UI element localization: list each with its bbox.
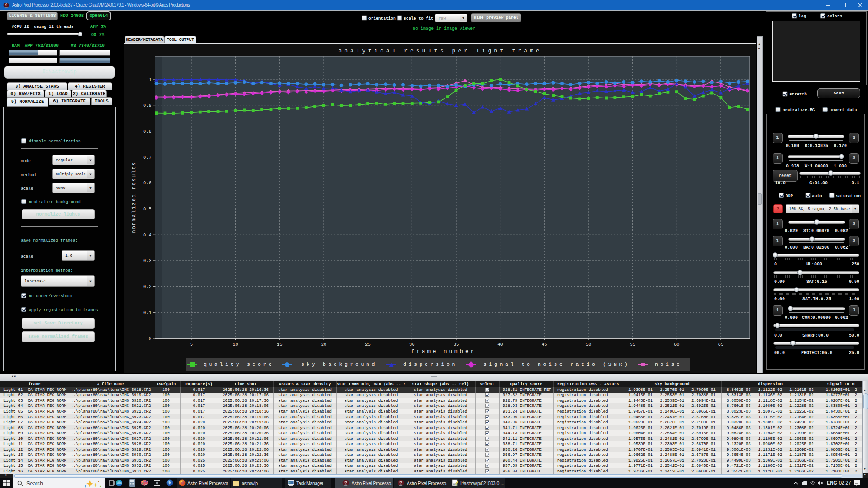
svg-text:45: 45 <box>542 342 547 347</box>
svg-text:1: 1 <box>149 77 151 82</box>
svg-text:0.6: 0.6 <box>143 180 151 186</box>
svg-text:0.4: 0.4 <box>143 233 151 238</box>
svg-text:25: 25 <box>365 342 371 347</box>
svg-text:0: 0 <box>149 336 151 341</box>
svg-text:0.9: 0.9 <box>143 103 151 108</box>
svg-text:50: 50 <box>586 342 592 347</box>
svg-text:35: 35 <box>454 342 459 347</box>
svg-text:60: 60 <box>674 342 680 347</box>
svg-text:55: 55 <box>630 342 635 347</box>
svg-text:0.2: 0.2 <box>143 284 151 289</box>
svg-text:analytical results per light f: analytical results per light frame <box>338 48 542 54</box>
svg-text:0.8: 0.8 <box>143 129 151 134</box>
svg-text:0.3: 0.3 <box>143 258 151 263</box>
svg-text:15: 15 <box>277 342 283 347</box>
svg-text:10: 10 <box>233 342 238 347</box>
svg-text:65: 65 <box>718 342 724 347</box>
svg-text:0.7: 0.7 <box>143 155 151 160</box>
svg-text:30: 30 <box>409 342 415 347</box>
svg-text:5: 5 <box>190 342 193 347</box>
svg-text:0.5: 0.5 <box>143 206 151 212</box>
svg-text:normalized results: normalized results <box>131 161 137 233</box>
svg-text:40: 40 <box>497 342 503 347</box>
svg-text:0.1: 0.1 <box>143 310 151 315</box>
svg-text:frame number: frame number <box>411 349 476 355</box>
svg-text:20: 20 <box>321 342 327 347</box>
